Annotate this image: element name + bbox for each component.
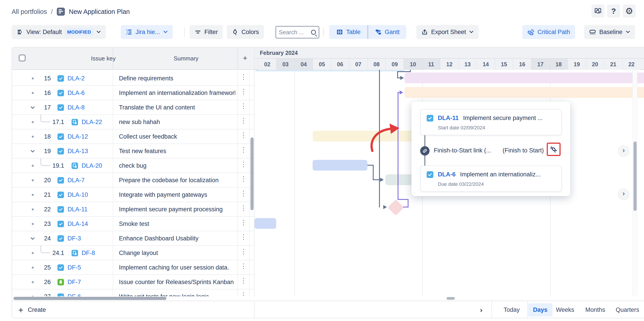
- critical-path-button[interactable]: Critical Path: [522, 25, 575, 39]
- table-row-dla-14[interactable]: 23DLA-14Smoke test⋮: [12, 217, 254, 231]
- row-actions-kebab-icon[interactable]: ⋮: [238, 277, 249, 284]
- expand-chevron-icon[interactable]: [30, 144, 35, 158]
- issue-key-link[interactable]: DLA-11: [438, 115, 459, 122]
- issue-key-link[interactable]: DLA-12: [68, 133, 88, 140]
- milestone-diamond-dla-11[interactable]: [388, 199, 404, 216]
- table-row-dla-8[interactable]: 17DLA-8Translate the UI and content⋮: [12, 100, 254, 115]
- table-row-df-5[interactable]: 25DF-5Implement caching for user session…: [12, 260, 254, 275]
- gantt-view-button[interactable]: Gantt: [368, 25, 406, 39]
- expand-chevron-icon[interactable]: [30, 231, 35, 246]
- select-all-checkbox[interactable]: [19, 55, 26, 61]
- gantt-bar-dla-20[interactable]: [312, 160, 368, 171]
- gantt-bar-dla-14[interactable]: [254, 218, 276, 229]
- issue-summary[interactable]: Implement an internationalization framew…: [119, 90, 235, 97]
- help-button[interactable]: ?: [607, 5, 620, 18]
- issue-summary[interactable]: Smoke test: [119, 220, 235, 227]
- expand-timeline-button[interactable]: ›: [480, 301, 482, 318]
- gantt-bar-dla-6[interactable]: [404, 87, 644, 98]
- issue-summary[interactable]: Issue counter for Releases/Sprints Kanba…: [119, 279, 235, 286]
- issue-key-link[interactable]: DLA-10: [68, 191, 88, 198]
- table-row-dla-7[interactable]: 20DLA-7Prepare the codebase for localiza…: [12, 173, 254, 188]
- issue-key-link[interactable]: DLA-14: [68, 220, 88, 227]
- row-actions-kebab-icon[interactable]: ⋮: [238, 160, 249, 168]
- colors-button[interactable]: Colors: [227, 25, 264, 39]
- row-actions-kebab-icon[interactable]: ⋮: [238, 175, 249, 183]
- row-actions-kebab-icon[interactable]: ⋮: [238, 291, 249, 296]
- issue-key-link[interactable]: DLA-11: [68, 206, 88, 213]
- issue-summary[interactable]: Change layout: [119, 250, 235, 256]
- table-row-df-8[interactable]: 24.1DF-8Change layout⋮: [12, 246, 254, 260]
- zoom-weeks-button[interactable]: Weeks: [556, 301, 574, 318]
- add-column-button[interactable]: +: [243, 54, 247, 63]
- zoom-days-button[interactable]: Days: [528, 303, 552, 316]
- gantt-vertical-scrollbar[interactable]: [634, 141, 636, 211]
- table-row-df-3[interactable]: 24DF-3Enhance Dashboard Usability⋮: [12, 231, 254, 246]
- view-switcher-button[interactable]: View: Default MODIFIED: [12, 25, 106, 39]
- column-summary[interactable]: Summary: [174, 55, 198, 62]
- issue-summary[interactable]: Collect user feedback: [119, 133, 235, 140]
- issue-key-link[interactable]: DF-7: [68, 279, 81, 286]
- issue-key-link[interactable]: DLA-6: [68, 90, 85, 97]
- table-row-df-6[interactable]: 27DF-6Write unit tests for new login log…: [12, 289, 254, 296]
- today-button[interactable]: Today: [504, 301, 520, 318]
- table-horizontal-scrollbar[interactable]: [14, 297, 166, 300]
- issue-key-link[interactable]: DLA-8: [68, 104, 85, 111]
- scroll-to-bar-button[interactable]: ›: [618, 145, 629, 156]
- issue-key-link[interactable]: DLA-20: [82, 162, 102, 169]
- export-sheet-button[interactable]: Export Sheet: [416, 25, 478, 39]
- table-row-dla-12[interactable]: 18DLA-12Collect user feedback⋮: [12, 129, 254, 144]
- row-actions-kebab-icon[interactable]: ⋮: [238, 233, 249, 241]
- issue-key-link[interactable]: DLA-6: [438, 171, 456, 178]
- settings-button[interactable]: ⚙: [623, 5, 636, 18]
- gantt-horizontal-scrollbar[interactable]: [446, 297, 455, 300]
- issue-summary[interactable]: new sub hahah: [119, 119, 235, 126]
- issue-summary[interactable]: Translate the UI and content: [119, 104, 235, 111]
- table-row-dla-10[interactable]: 21DLA-10Integrate with payment gateways⋮: [12, 188, 254, 202]
- table-row-dla-22[interactable]: 17.1DLA-22new sub hahah⋮: [12, 115, 254, 129]
- issue-key-link[interactable]: DF-8: [82, 250, 95, 256]
- row-actions-kebab-icon[interactable]: ⋮: [238, 73, 249, 81]
- table-row-dla-2[interactable]: 15DLA-2Define requirements⋮: [12, 71, 254, 86]
- table-vertical-scrollbar[interactable]: [250, 137, 254, 210]
- row-actions-kebab-icon[interactable]: ⋮: [238, 218, 249, 226]
- issue-key-link[interactable]: DF-3: [68, 235, 81, 242]
- issue-summary[interactable]: Implement caching for user session data.: [119, 264, 235, 271]
- issue-summary[interactable]: check bug: [119, 162, 235, 169]
- table-row-dla-6[interactable]: 16DLA-6Implement an internationalization…: [12, 86, 254, 100]
- row-actions-kebab-icon[interactable]: ⋮: [238, 102, 249, 110]
- gantt-bar-partial[interactable]: [255, 70, 404, 71]
- zoom-months-button[interactable]: Months: [586, 301, 605, 318]
- issue-summary[interactable]: Define requirements: [119, 75, 235, 82]
- issue-summary[interactable]: Write unit tests for new login logic: [119, 293, 235, 296]
- link-source-card[interactable]: DLA-11 Implement secure payment ... Star…: [420, 109, 562, 135]
- expand-chevron-icon[interactable]: [30, 100, 35, 115]
- column-issue-key[interactable]: Issue key: [91, 55, 116, 62]
- baseline-button[interactable]: Baseline: [584, 25, 635, 39]
- row-actions-kebab-icon[interactable]: ⋮: [238, 146, 249, 154]
- column-divider[interactable]: [113, 48, 113, 70]
- table-row-df-7[interactable]: 26DF-7Issue counter for Releases/Sprints…: [12, 275, 254, 289]
- filter-button[interactable]: Filter: [190, 25, 223, 39]
- table-row-dla-11[interactable]: 22DLA-11Implement secure payment process…: [12, 202, 254, 217]
- row-actions-kebab-icon[interactable]: ⋮: [238, 262, 249, 270]
- issue-key-link[interactable]: DLA-2: [68, 75, 85, 82]
- issue-key-link[interactable]: DLA-7: [68, 177, 85, 184]
- unlink-button-highlighted[interactable]: [547, 143, 560, 156]
- issue-summary[interactable]: Integrate with payment gateways: [119, 191, 235, 198]
- issue-key-link[interactable]: DF-6: [68, 293, 81, 296]
- issue-summary[interactable]: Test new features: [119, 148, 235, 155]
- column-divider[interactable]: [238, 48, 238, 70]
- search-input[interactable]: Search ...: [276, 26, 319, 39]
- issue-summary[interactable]: Implement secure payment processing: [119, 206, 235, 213]
- row-actions-kebab-icon[interactable]: ⋮: [238, 248, 249, 255]
- link-target-card[interactable]: DLA-6 Implement an internationaliz... Du…: [420, 166, 562, 192]
- zoom-quarters-button[interactable]: Quarters: [616, 301, 639, 318]
- table-view-button[interactable]: Table: [329, 25, 368, 39]
- gantt-vertical-scrollbar-track[interactable]: [632, 70, 637, 296]
- row-actions-kebab-icon[interactable]: ⋮: [238, 117, 249, 124]
- issue-key-link[interactable]: DLA-22: [82, 119, 102, 126]
- issue-key-link[interactable]: DLA-13: [68, 148, 88, 155]
- create-button[interactable]: + Create: [18, 301, 46, 318]
- gantt-bar-dla-2[interactable]: [404, 73, 644, 83]
- breadcrumb-all-portfolios[interactable]: All portfolios: [12, 8, 47, 16]
